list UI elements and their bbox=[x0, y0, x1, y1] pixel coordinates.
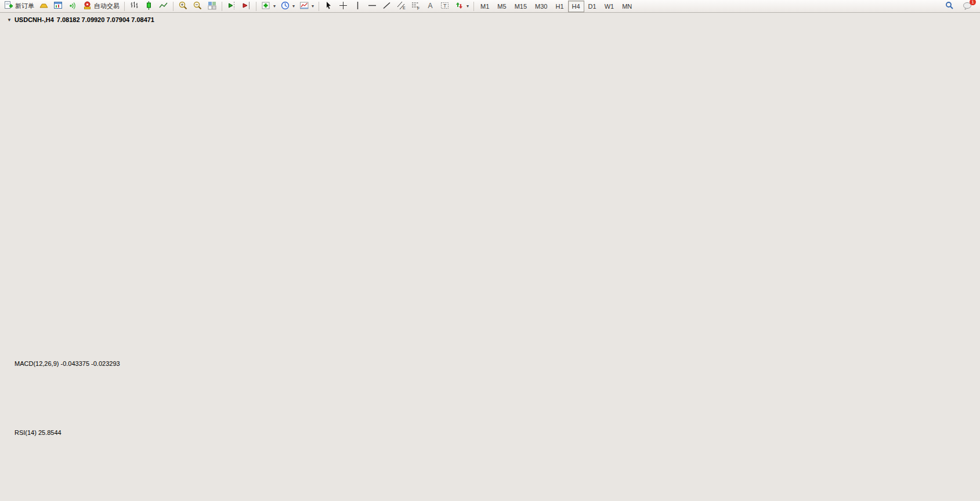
timeframe-h1[interactable]: H1 bbox=[551, 1, 567, 12]
price-chart-canvas[interactable] bbox=[0, 0, 980, 501]
clock-icon bbox=[280, 1, 290, 12]
gold-ingot-icon bbox=[39, 1, 49, 12]
toolbar-separator bbox=[473, 2, 474, 11]
cursor-tool-button[interactable] bbox=[321, 0, 336, 13]
bar-chart-button[interactable] bbox=[127, 0, 142, 13]
candlestick-chart-icon bbox=[144, 1, 154, 12]
toolbar-separator bbox=[319, 2, 319, 11]
tile-windows-icon bbox=[207, 1, 217, 12]
auto-trading-icon bbox=[82, 1, 92, 12]
svg-text:F: F bbox=[417, 6, 420, 10]
template-icon bbox=[299, 1, 309, 12]
templates-button[interactable]: ▾ bbox=[297, 0, 316, 13]
fibonacci-tool-button[interactable]: F bbox=[408, 0, 423, 13]
zoom-out-icon bbox=[193, 1, 202, 12]
trendline-icon bbox=[382, 1, 392, 12]
notification-count-badge: 1 bbox=[970, 0, 976, 5]
timeframe-m5[interactable]: M5 bbox=[493, 1, 510, 12]
signals-button[interactable] bbox=[66, 0, 80, 13]
timeframe-h4[interactable]: H4 bbox=[568, 1, 584, 12]
timeframe-m30[interactable]: M30 bbox=[531, 1, 551, 12]
ohlc-values: 7.08182 7.09920 7.07904 7.08471 bbox=[57, 16, 154, 23]
zoom-in-icon bbox=[178, 1, 188, 12]
equidistant-channel-icon: E bbox=[396, 1, 406, 12]
text-label-tool-button[interactable]: T bbox=[437, 0, 452, 13]
horizontal-line-tool-button[interactable] bbox=[365, 0, 379, 13]
horizontal-line-icon bbox=[367, 1, 377, 12]
crosshair-icon bbox=[338, 1, 348, 12]
signal-icon bbox=[68, 1, 78, 12]
chevron-down-icon: ▾ bbox=[312, 3, 314, 9]
zoom-in-button[interactable] bbox=[176, 0, 190, 13]
mt4-window: { "toolbar": { "new_order_label": "新订单",… bbox=[0, 0, 980, 501]
auto-trading-button[interactable]: 自动交易 bbox=[80, 0, 122, 13]
auto-scroll-icon bbox=[241, 1, 251, 12]
cursor-icon bbox=[324, 1, 334, 12]
timeframe-m1[interactable]: M1 bbox=[476, 1, 493, 12]
search-icon bbox=[945, 1, 954, 12]
vertical-line-tool-button[interactable] bbox=[350, 0, 365, 13]
chevron-down-icon: ▾ bbox=[273, 3, 276, 9]
line-chart-icon bbox=[158, 1, 168, 12]
notifications-button[interactable]: 1 bbox=[960, 0, 975, 13]
zoom-out-button[interactable] bbox=[190, 0, 205, 13]
new-chart-icon bbox=[53, 1, 63, 12]
indicators-button[interactable]: ▾ bbox=[259, 0, 278, 13]
timeframe-mn[interactable]: MN bbox=[618, 1, 636, 12]
trendline-tool-button[interactable] bbox=[379, 0, 394, 13]
timeframe-w1[interactable]: W1 bbox=[601, 1, 619, 12]
new-order-button[interactable]: 新订单 bbox=[1, 0, 37, 13]
symbol-period-label: USDCNH-,H4 bbox=[15, 16, 54, 23]
macd-indicator-label: MACD(12,26,9) -0.043375 -0.023293 bbox=[15, 360, 120, 367]
crosshair-tool-button[interactable] bbox=[336, 0, 350, 13]
toolbar-separator bbox=[256, 2, 256, 11]
arrow-objects-icon bbox=[454, 1, 464, 12]
line-chart-button[interactable] bbox=[156, 0, 171, 13]
auto-scroll-button[interactable] bbox=[239, 0, 254, 13]
text-a-icon: A bbox=[425, 1, 435, 12]
timeframe-d1[interactable]: D1 bbox=[584, 1, 601, 12]
label-t-icon: T bbox=[440, 1, 450, 12]
arrows-tool-button[interactable]: ▾ bbox=[452, 0, 471, 13]
chart-title: ▼ USDCNH-,H4 7.08182 7.09920 7.07904 7.0… bbox=[7, 16, 154, 23]
toolbar-separator bbox=[222, 2, 222, 11]
vertical-line-icon bbox=[353, 1, 363, 12]
toolbar-separator bbox=[173, 2, 173, 11]
indicators-icon bbox=[261, 1, 271, 12]
rsi-indicator-label: RSI(14) 25.8544 bbox=[15, 429, 62, 436]
auto-trading-label: 自动交易 bbox=[94, 2, 120, 10]
svg-text:A: A bbox=[428, 2, 433, 10]
new-order-icon bbox=[3, 1, 13, 12]
one-click-trading-arrow-icon[interactable]: ▼ bbox=[7, 17, 12, 23]
chart-shift-button[interactable] bbox=[225, 0, 239, 13]
tile-windows-button[interactable] bbox=[205, 0, 219, 13]
new-chart-button[interactable] bbox=[51, 0, 66, 13]
svg-text:E: E bbox=[403, 6, 406, 10]
fibonacci-icon: F bbox=[411, 1, 421, 12]
chevron-down-icon: ▾ bbox=[292, 3, 295, 9]
channel-tool-button[interactable]: E bbox=[394, 0, 408, 13]
toolbar: 新订单 自动交易 ▾ ▾ ▾ E F A T ▾ M1 M5 M15 M30 H… bbox=[0, 0, 980, 13]
new-order-label: 新订单 bbox=[15, 2, 34, 10]
toolbar-separator bbox=[124, 2, 125, 11]
svg-text:T: T bbox=[443, 3, 447, 9]
search-button[interactable] bbox=[942, 0, 957, 13]
candlestick-chart-button[interactable] bbox=[142, 0, 156, 13]
chart-shift-icon bbox=[227, 1, 237, 12]
timeframe-m15[interactable]: M15 bbox=[511, 1, 531, 12]
chevron-down-icon: ▾ bbox=[467, 3, 469, 9]
text-tool-button[interactable]: A bbox=[423, 0, 437, 13]
periods-button[interactable]: ▾ bbox=[278, 0, 297, 13]
bar-chart-icon bbox=[129, 1, 139, 12]
gold-symbol-button[interactable] bbox=[37, 0, 51, 13]
